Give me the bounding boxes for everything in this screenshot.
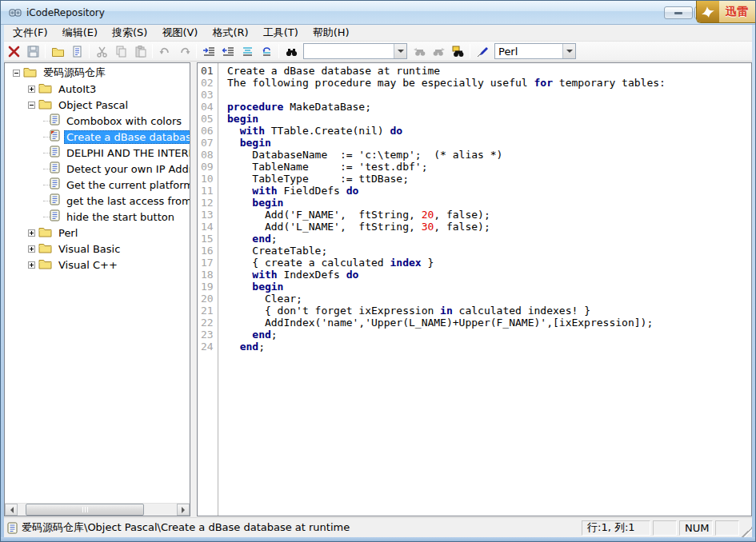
paste-button[interactable] xyxy=(130,42,150,60)
menu-item-0[interactable]: 文件(F) xyxy=(6,24,55,42)
tree-item-label[interactable]: get the last access from a xyxy=(64,194,190,208)
menu-item-4[interactable]: 格式(R) xyxy=(205,24,255,42)
indent-button[interactable] xyxy=(199,42,218,60)
code-line-1[interactable]: Create a dBase database at runtime xyxy=(227,65,751,77)
tree-item-label[interactable]: Perl xyxy=(56,226,80,240)
minimize-button[interactable] xyxy=(664,6,693,19)
code-area[interactable]: Create a dBase database at runtimeThe fo… xyxy=(218,63,751,516)
menu-item-1[interactable]: 编辑(E) xyxy=(55,24,105,42)
tree-item-label[interactable]: Create a dBase database xyxy=(64,130,190,144)
delete-button[interactable] xyxy=(4,42,23,60)
language-dart-button[interactable] xyxy=(473,42,492,60)
menu-item-3[interactable]: 视图(V) xyxy=(154,24,205,42)
expand-plus-icon[interactable] xyxy=(28,229,35,237)
tree-item-detect-your-own-ip-addre[interactable]: Detect your own IP Addre xyxy=(5,161,190,177)
code-line-4[interactable]: procedure MakeDataBase; xyxy=(227,101,751,113)
scroll-track[interactable] xyxy=(18,504,177,516)
code-line-11[interactable]: with FieldDefs do xyxy=(227,185,751,197)
chevron-down-icon[interactable] xyxy=(562,44,575,58)
tree-item-label[interactable]: Detect your own IP Addre xyxy=(64,162,190,176)
code-editor[interactable]: 0102030405060708091011121314151617181920… xyxy=(197,62,752,516)
code-line-22[interactable]: AddIndex('name','Upper(L_NAME)+Upper(F_N… xyxy=(227,317,751,329)
code-token: ; xyxy=(271,329,278,341)
tree-item-label[interactable]: AutoIt3 xyxy=(56,82,98,96)
menu-item-6[interactable]: 帮助(H) xyxy=(306,24,357,42)
code-line-2[interactable]: The following procedure may be especiall… xyxy=(227,77,751,89)
code-token: } xyxy=(422,257,434,269)
status-cursor-position: 行:1, 列:1 xyxy=(582,520,650,536)
redo-button[interactable] xyxy=(174,42,194,60)
code-line-19[interactable]: begin xyxy=(227,281,751,293)
code-line-10[interactable]: TableType := ttDBase; xyxy=(227,173,751,185)
code-line-21[interactable]: { don't forget ixExpression in calculate… xyxy=(227,305,751,317)
scroll-left-arrow-icon[interactable] xyxy=(5,504,18,516)
code-line-9[interactable]: TableName := 'test.dbf'; xyxy=(227,161,751,173)
code-line-23[interactable]: end; xyxy=(227,329,751,341)
outdent-button[interactable] xyxy=(218,42,238,60)
tree-item-label[interactable]: Visual C++ xyxy=(56,258,120,272)
xunlei-overlay-button[interactable]: 迅雷 xyxy=(696,1,755,23)
tree-item--[interactable]: 爱码源码仓库 xyxy=(5,65,190,81)
code-line-20[interactable]: Clear; xyxy=(227,293,751,305)
line-number: 06 xyxy=(198,125,218,137)
expand-plus-icon[interactable] xyxy=(28,261,35,269)
tree-horizontal-scrollbar[interactable] xyxy=(5,503,190,516)
tree-item-combobox-with-colors[interactable]: Combobox with colors xyxy=(5,113,190,129)
code-line-5[interactable]: begin xyxy=(227,113,751,125)
new-folder-button[interactable] xyxy=(48,42,67,60)
tree-item-autoit3[interactable]: AutoIt3 xyxy=(5,81,190,97)
menu-item-2[interactable]: 搜索(S) xyxy=(105,24,154,42)
find-previous-button[interactable] xyxy=(410,42,429,60)
code-line-16[interactable]: CreateTable; xyxy=(227,245,751,257)
tree-item-visual-basic[interactable]: Visual Basic xyxy=(5,241,190,257)
tree-item-label[interactable]: DELPHI AND THE INTERN xyxy=(64,146,190,160)
language-combo[interactable]: Perl xyxy=(494,43,576,59)
expand-plus-icon[interactable] xyxy=(28,245,35,253)
code-line-24[interactable]: end; xyxy=(227,341,751,353)
tree-item-create-a-dbase-database[interactable]: Create a dBase database xyxy=(5,129,190,145)
save-button[interactable] xyxy=(23,42,42,60)
find-next-button[interactable] xyxy=(429,42,448,60)
tree-item-visual-c-[interactable]: Visual C++ xyxy=(5,257,190,273)
expand-plus-icon[interactable] xyxy=(28,86,35,93)
tree-item-label[interactable]: hide the start button xyxy=(64,210,177,224)
tree-item-get-the-current-platform[interactable]: Get the current platform xyxy=(5,177,190,193)
undo-button[interactable] xyxy=(155,42,174,60)
tree-item-label[interactable]: Object Pascal xyxy=(56,98,130,112)
chevron-down-icon[interactable] xyxy=(394,44,406,58)
collapse-minus-icon[interactable] xyxy=(28,102,35,109)
search-combo[interactable] xyxy=(303,43,407,59)
language-combo-value[interactable]: Perl xyxy=(495,46,562,58)
code-line-7[interactable]: begin xyxy=(227,137,751,149)
code-line-3[interactable] xyxy=(227,89,751,101)
undo-format-button[interactable] xyxy=(257,42,276,60)
tree-item-label[interactable]: Visual Basic xyxy=(56,242,122,256)
code-line-8[interactable]: DatabaseName := 'c:\temp'; (* alias *) xyxy=(227,149,751,161)
code-line-18[interactable]: with IndexDefs do xyxy=(227,269,751,281)
scroll-right-arrow-icon[interactable] xyxy=(177,504,190,516)
tree-item-label[interactable]: Get the current platform xyxy=(64,178,190,192)
copy-button[interactable] xyxy=(111,42,130,60)
tree-item-perl[interactable]: Perl xyxy=(5,225,190,241)
tree-connector xyxy=(43,121,50,122)
code-line-13[interactable]: Add('F_NAME', ftString, 20, false); xyxy=(227,209,751,221)
tree-item-delphi-and-the-intern[interactable]: DELPHI AND THE INTERN xyxy=(5,145,190,161)
code-line-17[interactable]: { create a calculated index } xyxy=(227,257,751,269)
tree-item-get-the-last-access-from-a[interactable]: get the last access from a xyxy=(5,193,190,209)
code-line-6[interactable]: with TTable.Create(nil) do xyxy=(227,125,751,137)
find-button[interactable] xyxy=(282,42,301,60)
cut-button[interactable] xyxy=(92,42,111,60)
tree-item-object-pascal[interactable]: Object Pascal xyxy=(5,97,190,113)
scroll-thumb[interactable] xyxy=(26,504,144,516)
collapse-minus-icon[interactable] xyxy=(13,70,20,77)
tree-item-label[interactable]: Combobox with colors xyxy=(64,114,184,128)
tree-item-hide-the-start-button[interactable]: hide the start button xyxy=(5,209,190,225)
format-align-button[interactable] xyxy=(238,42,257,60)
new-snippet-button[interactable] xyxy=(67,42,86,60)
code-line-14[interactable]: Add('L_NAME', ftString, 30, false); xyxy=(227,221,751,233)
code-line-12[interactable]: begin xyxy=(227,197,751,209)
tree-item-label[interactable]: 爱码源码仓库 xyxy=(41,65,108,81)
menu-item-5[interactable]: 工具(T) xyxy=(256,24,306,42)
code-line-15[interactable]: end; xyxy=(227,233,751,245)
find-in-files-button[interactable] xyxy=(448,42,467,60)
